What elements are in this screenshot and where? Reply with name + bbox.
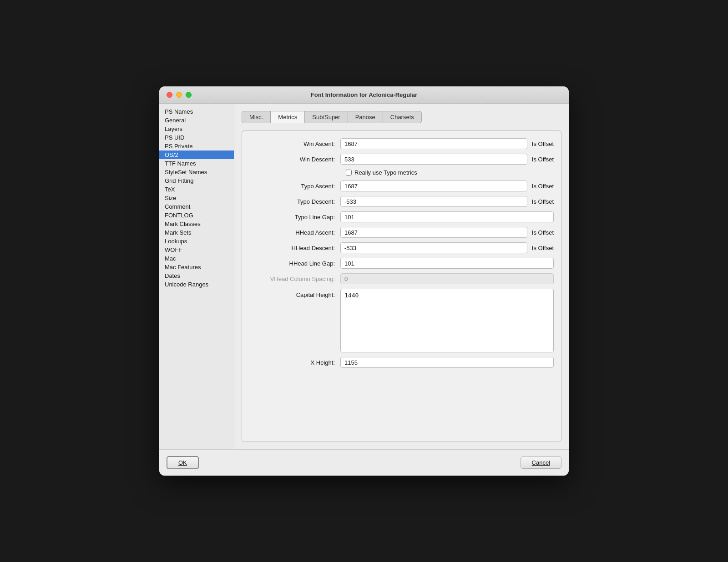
close-button[interactable] [167, 92, 172, 98]
sidebar-item-layers[interactable]: Layers [159, 125, 234, 133]
sidebar-item-comment[interactable]: Comment [159, 202, 234, 211]
cancel-button[interactable]: Cancel [521, 457, 561, 469]
sidebar-item-woff[interactable]: WOFF [159, 246, 234, 254]
hhead-ascent-offset: Is Offset [532, 229, 554, 236]
sidebar-item-ps-uid[interactable]: PS UID [159, 133, 234, 142]
hhead-ascent-input[interactable] [340, 227, 527, 238]
typo-ascent-offset: Is Offset [532, 183, 554, 190]
typo-descent-row: Typo Descent: Is Offset [249, 196, 554, 207]
win-ascent-label: Win Ascent: [249, 140, 340, 147]
bottom-bar: OK Cancel [159, 449, 569, 476]
titlebar: Font Information for Aclonica-Regular [159, 86, 569, 104]
tab-charsets[interactable]: Charsets [383, 111, 422, 123]
sidebar-item-unicode-ranges[interactable]: Unicode Ranges [159, 280, 234, 289]
typo-descent-offset: Is Offset [532, 198, 554, 205]
tab-panose[interactable]: Panose [348, 111, 383, 123]
win-ascent-row: Win Ascent: Is Offset [249, 138, 554, 149]
sidebar-item-mark-classes[interactable]: Mark Classes [159, 220, 234, 228]
capital-height-label: Capital Height: [249, 289, 340, 298]
typo-ascent-label: Typo Ascent: [249, 183, 340, 190]
hhead-line-gap-input[interactable] [340, 258, 554, 269]
typo-line-gap-input[interactable] [340, 211, 554, 222]
capital-height-row: Capital Height: 1440 [249, 289, 554, 352]
typo-ascent-input[interactable] [340, 181, 527, 191]
sidebar-item-styleset-names[interactable]: StyleSet Names [159, 168, 234, 176]
vhead-col-row: VHead Column Spacing: [249, 273, 554, 284]
sidebar-item-mark-sets[interactable]: Mark Sets [159, 228, 234, 237]
sidebar-item-mac-features[interactable]: Mac Features [159, 263, 234, 271]
sidebar-item-os2[interactable]: OS/2 [159, 151, 234, 159]
sidebar-item-general[interactable]: General [159, 116, 234, 125]
sidebar-item-tex[interactable]: TeX [159, 185, 234, 194]
win-descent-row: Win Descent: Is Offset [249, 154, 554, 165]
main-window: Font Information for Aclonica-Regular PS… [159, 86, 569, 476]
win-ascent-input[interactable] [340, 138, 527, 149]
hhead-descent-label: HHead Descent: [249, 245, 340, 251]
hhead-ascent-label: HHead Ascent: [249, 229, 340, 236]
sidebar-item-ps-names[interactable]: PS Names [159, 107, 234, 116]
tab-subsup[interactable]: Sub/Super [304, 111, 348, 123]
sidebar-item-lookups[interactable]: Lookups [159, 237, 234, 246]
form-panel: Win Ascent: Is Offset Win Descent: Is Of… [242, 130, 561, 442]
typo-line-gap-label: Typo Line Gap: [249, 214, 340, 221]
hhead-ascent-row: HHead Ascent: Is Offset [249, 227, 554, 238]
vhead-col-input[interactable] [340, 273, 554, 284]
sidebar-item-ps-private[interactable]: PS Private [159, 142, 234, 151]
win-descent-offset: Is Offset [532, 156, 554, 163]
hhead-descent-row: HHead Descent: Is Offset [249, 242, 554, 253]
typo-line-gap-row: Typo Line Gap: [249, 211, 554, 222]
window-title: Font Information for Aclonica-Regular [311, 91, 417, 98]
win-ascent-offset: Is Offset [532, 140, 554, 147]
really-use-typo-row: Really use Typo metrics [249, 169, 554, 176]
x-height-row: X Height: [249, 357, 554, 368]
hhead-descent-input[interactable] [340, 242, 527, 253]
hhead-line-gap-label: HHead Line Gap: [249, 260, 340, 267]
x-height-label: X Height: [249, 359, 340, 366]
main-content: Misc.MetricsSub/SuperPanoseCharsets Win … [234, 104, 569, 449]
tab-misc[interactable]: Misc. [242, 111, 271, 123]
win-descent-input[interactable] [340, 154, 527, 165]
minimize-button[interactable] [176, 92, 182, 98]
hhead-descent-offset: Is Offset [532, 245, 554, 251]
win-descent-label: Win Descent: [249, 156, 340, 163]
sidebar-item-ttf-names[interactable]: TTF Names [159, 159, 234, 168]
tabs-container: Misc.MetricsSub/SuperPanoseCharsets [242, 111, 561, 123]
hhead-line-gap-row: HHead Line Gap: [249, 258, 554, 269]
sidebar-item-mac[interactable]: Mac [159, 254, 234, 263]
sidebar-item-grid-fitting[interactable]: Grid Fitting [159, 176, 234, 185]
capital-height-textarea[interactable]: 1440 [340, 289, 554, 352]
sidebar-item-fontlog[interactable]: FONTLOG [159, 211, 234, 220]
vhead-col-label: VHead Column Spacing: [249, 276, 340, 282]
really-use-typo-label: Really use Typo metrics [354, 169, 417, 176]
sidebar-item-size[interactable]: Size [159, 194, 234, 202]
sidebar-item-dates[interactable]: Dates [159, 271, 234, 280]
window-body: PS NamesGeneralLayersPS UIDPS PrivateOS/… [159, 104, 569, 449]
really-use-typo-checkbox[interactable] [346, 170, 352, 176]
sidebar: PS NamesGeneralLayersPS UIDPS PrivateOS/… [159, 104, 234, 449]
typo-descent-label: Typo Descent: [249, 198, 340, 205]
typo-ascent-row: Typo Ascent: Is Offset [249, 181, 554, 191]
tab-metrics[interactable]: Metrics [270, 111, 305, 123]
x-height-input[interactable] [340, 357, 554, 368]
typo-descent-input[interactable] [340, 196, 527, 207]
maximize-button[interactable] [186, 92, 192, 98]
ok-button[interactable]: OK [167, 456, 199, 469]
